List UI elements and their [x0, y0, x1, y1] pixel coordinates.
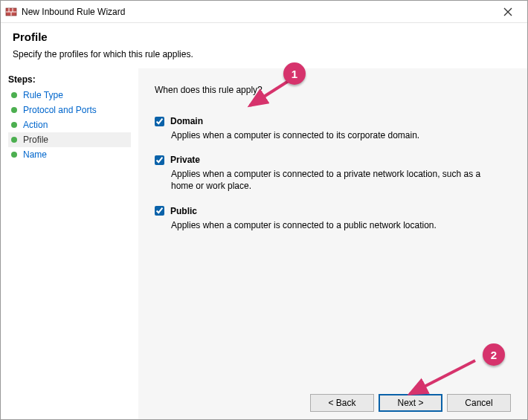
- step-bullet-icon: [11, 92, 17, 98]
- steps-sidebar: Steps: Rule Type Protocol and Ports Acti…: [1, 68, 138, 419]
- back-button[interactable]: < Back: [310, 394, 374, 412]
- wizard-header: Profile Specify the profiles for which t…: [1, 23, 527, 68]
- callout-2: 2: [483, 343, 505, 366]
- domain-label: Domain: [170, 116, 203, 126]
- step-name[interactable]: Name: [8, 147, 131, 162]
- firewall-icon: [5, 6, 17, 18]
- public-checkbox[interactable]: [155, 206, 164, 216]
- step-protocol-and-ports[interactable]: Protocol and Ports: [8, 103, 131, 117]
- wizard-window: New Inbound Rule Wizard Profile Specify …: [0, 0, 528, 420]
- step-bullet-icon: [11, 122, 17, 128]
- step-label: Protocol and Ports: [23, 105, 97, 115]
- step-label: Name: [23, 149, 47, 160]
- close-button[interactable]: [493, 1, 523, 22]
- next-button[interactable]: Next >: [379, 394, 442, 412]
- private-label: Private: [170, 155, 200, 165]
- step-label: Action: [23, 120, 48, 130]
- option-private-row[interactable]: Private: [155, 155, 511, 165]
- step-bullet-icon: [11, 107, 17, 113]
- public-description: Applies when a computer is connected to …: [171, 219, 483, 231]
- public-label: Public: [170, 206, 197, 216]
- private-checkbox[interactable]: [155, 155, 164, 165]
- step-rule-type[interactable]: Rule Type: [8, 88, 131, 103]
- wizard-footer: < Back Next > Cancel: [155, 387, 511, 412]
- window-title: New Inbound Rule Wizard: [22, 7, 493, 17]
- step-profile[interactable]: Profile: [8, 132, 131, 147]
- step-label: Rule Type: [23, 90, 63, 100]
- option-public: Public Applies when a computer is connec…: [155, 206, 511, 231]
- page-subtitle: Specify the profiles for which this rule…: [13, 49, 515, 59]
- wizard-body: Steps: Rule Type Protocol and Ports Acti…: [1, 68, 527, 419]
- domain-checkbox[interactable]: [155, 117, 164, 126]
- question-text: When does this rule apply?: [155, 85, 511, 95]
- step-label: Profile: [23, 135, 48, 145]
- callout-1: 1: [283, 62, 306, 85]
- steps-title: Steps:: [8, 74, 131, 85]
- domain-description: Applies when a computer is connected to …: [171, 129, 483, 141]
- page-title: Profile: [13, 30, 515, 43]
- step-action[interactable]: Action: [8, 117, 131, 132]
- option-domain: Domain Applies when a computer is connec…: [155, 116, 511, 141]
- private-description: Applies when a computer is connected to …: [171, 168, 483, 192]
- step-bullet-icon: [11, 137, 17, 143]
- step-bullet-icon: [11, 152, 17, 158]
- option-domain-row[interactable]: Domain: [155, 116, 511, 126]
- wizard-content: When does this rule apply? Domain Applie…: [138, 68, 527, 419]
- option-public-row[interactable]: Public: [155, 206, 511, 216]
- cancel-button[interactable]: Cancel: [447, 394, 511, 412]
- titlebar: New Inbound Rule Wizard: [1, 1, 527, 23]
- option-private: Private Applies when a computer is conne…: [155, 155, 511, 192]
